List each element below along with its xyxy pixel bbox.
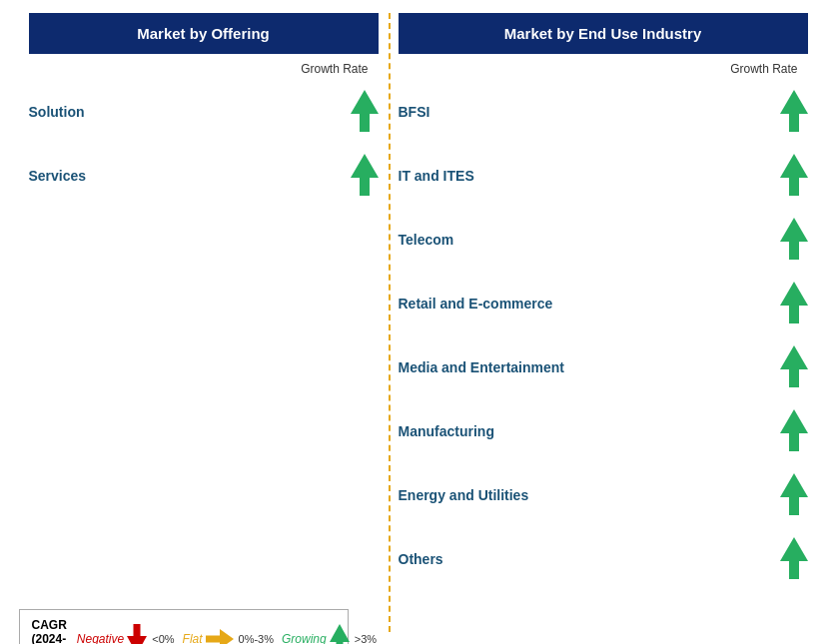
list-item: BFSI: [399, 80, 808, 144]
left-item-label-1: Services: [29, 168, 87, 184]
list-item: Services: [29, 144, 379, 208]
right-item-label-4: Media and Entertainment: [399, 359, 564, 375]
green-up-arrow-icon-r3: [780, 282, 808, 325]
legend-growing-label: Growing: [282, 632, 327, 645]
legend-flat-pct: 0%-3%: [239, 633, 274, 645]
red-down-arrow-icon: [127, 624, 147, 645]
list-item: Media and Entertainment: [399, 335, 808, 399]
legend-growing: Growing >3%: [282, 624, 377, 645]
left-panel: Market by Offering Growth Rate Solution …: [19, 13, 389, 591]
list-item: Manufacturing: [399, 399, 808, 463]
legend-negative: Negative <0%: [77, 624, 175, 645]
left-growth-rate-label: Growth Rate: [29, 62, 379, 76]
right-panel-header: Market by End Use Industry: [399, 13, 808, 54]
right-item-label-1: IT and ITES: [399, 168, 474, 184]
right-item-label-2: Telecom: [399, 232, 454, 248]
right-item-label-6: Energy and Utilities: [399, 487, 529, 503]
legend-growing-pct: >3%: [355, 633, 377, 645]
list-item: Solution: [29, 80, 379, 144]
right-item-label-5: Manufacturing: [399, 423, 494, 439]
panels-row: Market by Offering Growth Rate Solution …: [19, 13, 818, 591]
legend-negative-label: Negative: [77, 632, 124, 645]
green-up-arrow-icon-r4: [780, 345, 808, 389]
chart-container: Market by Offering Growth Rate Solution …: [19, 13, 818, 632]
bottom-row: CAGR (2024-30): Negative <0% Flat 0%-3% …: [19, 599, 818, 645]
list-item: IT and ITES: [399, 144, 808, 208]
left-panel-header: Market by Offering: [29, 13, 379, 54]
green-up-arrow-icon-r6: [780, 473, 808, 517]
list-item: Others: [399, 527, 808, 591]
right-item-label-7: Others: [399, 551, 443, 567]
legend-flat: Flat 0%-3%: [183, 629, 274, 645]
green-up-arrow-icon-1: [351, 154, 379, 198]
right-panel: Market by End Use Industry Growth Rate B…: [389, 13, 818, 591]
left-item-label-0: Solution: [29, 104, 85, 120]
green-up-arrow-icon-0: [351, 90, 379, 134]
orange-flat-arrow-icon: [206, 629, 234, 645]
green-up-arrow-icon-r2: [780, 218, 808, 262]
list-item: Retail and E-commerce: [399, 272, 808, 335]
green-up-arrow-icon-r1: [780, 154, 808, 198]
legend-flat-label: Flat: [183, 632, 203, 645]
green-up-arrow-icon-r5: [780, 409, 808, 453]
list-item: Energy and Utilities: [399, 463, 808, 527]
right-item-label-3: Retail and E-commerce: [399, 296, 553, 312]
legend-negative-pct: <0%: [152, 633, 174, 645]
legend-cagr-label: CAGR (2024-30):: [32, 618, 67, 645]
legend-box: CAGR (2024-30): Negative <0% Flat 0%-3% …: [19, 609, 349, 645]
dashed-divider: [389, 13, 391, 632]
small-green-up-arrow-icon: [330, 624, 350, 645]
right-item-label-0: BFSI: [399, 104, 430, 120]
right-growth-rate-label: Growth Rate: [399, 62, 808, 76]
green-up-arrow-icon-r0: [780, 90, 808, 134]
green-up-arrow-icon-r7: [780, 537, 808, 581]
list-item: Telecom: [399, 208, 808, 272]
